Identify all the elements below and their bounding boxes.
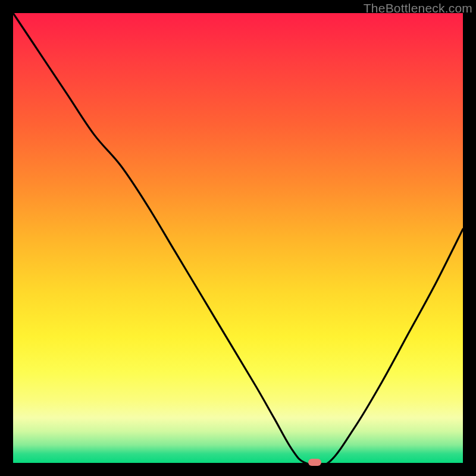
plot-area	[13, 13, 463, 463]
optimal-marker	[308, 459, 321, 466]
chart-frame: TheBottleneck.com	[0, 0, 476, 476]
watermark-text: TheBottleneck.com	[364, 1, 472, 15]
bottleneck-curve	[13, 13, 463, 463]
